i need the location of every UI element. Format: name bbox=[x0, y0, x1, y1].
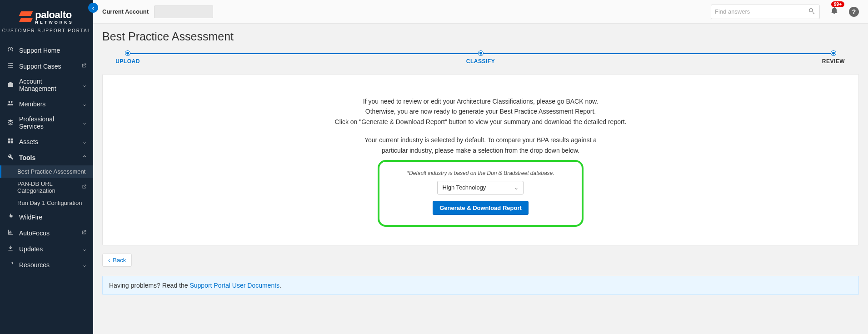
content: Best Practice Assessment UPLOAD CLASSIFY… bbox=[93, 24, 868, 334]
step-dot-icon bbox=[125, 51, 130, 55]
page-title: Best Practice Assessment bbox=[102, 30, 859, 43]
sidebar-item-resources[interactable]: Resources ⌄ bbox=[0, 257, 93, 273]
step-label: REVIEW bbox=[808, 58, 859, 65]
sidebar-item-assets[interactable]: Assets ⌄ bbox=[0, 134, 93, 150]
chevron-down-icon: ⌄ bbox=[82, 82, 87, 88]
bell-icon bbox=[830, 7, 839, 17]
instruction-text: Your current industry is selected by def… bbox=[121, 135, 840, 145]
search-input[interactable] bbox=[715, 8, 805, 15]
dropdown-value: High Technology bbox=[442, 184, 486, 191]
users-icon bbox=[6, 100, 15, 108]
topbar: Current Account 99+ ? bbox=[93, 0, 868, 24]
info-link[interactable]: Support Portal User Documents bbox=[190, 282, 279, 289]
main: Current Account 99+ ? Best Practice Asse… bbox=[93, 0, 868, 334]
brand-sub: NETWORKS bbox=[35, 20, 74, 25]
tools-submenu: Best Practice Assessment PAN-DB URL Cate… bbox=[0, 165, 93, 209]
wrench-icon bbox=[6, 153, 15, 162]
external-link-icon bbox=[81, 229, 87, 237]
grid-icon bbox=[6, 137, 15, 146]
step-review[interactable]: REVIEW bbox=[808, 50, 859, 65]
step-label: CLASSIFY bbox=[455, 58, 506, 65]
info-prefix: Having problems? Read the bbox=[109, 282, 190, 289]
industry-note: *Default industry is based on the Dun & … bbox=[407, 170, 554, 176]
info-suffix: . bbox=[279, 282, 281, 289]
sidebar-item-wildfire[interactable]: WildFire bbox=[0, 209, 93, 225]
chevron-up-icon: ⌃ bbox=[82, 155, 87, 161]
chevron-down-icon: ⌄ bbox=[82, 101, 87, 107]
list-icon bbox=[6, 62, 15, 70]
sidebar-item-label: Updates bbox=[19, 245, 78, 253]
search-box[interactable] bbox=[711, 5, 820, 19]
sidebar-item-label: Assets bbox=[19, 138, 78, 145]
sidebar-item-tools[interactable]: Tools ⌃ bbox=[0, 150, 93, 165]
step-label: UPLOAD bbox=[102, 58, 153, 65]
question-icon: ? bbox=[852, 8, 856, 15]
sidebar-item-updates[interactable]: Updates ⌄ bbox=[0, 241, 93, 257]
stack-icon bbox=[6, 119, 15, 127]
sub-item-label: Best Practice Assessment bbox=[17, 168, 87, 175]
instruction-text: If you need to review or edit your Archi… bbox=[121, 96, 840, 106]
sidebar-item-label: WildFire bbox=[19, 214, 87, 221]
step-dot-icon bbox=[831, 51, 836, 55]
external-link-icon bbox=[81, 63, 87, 70]
stepper: UPLOAD CLASSIFY REVIEW bbox=[102, 50, 859, 70]
sub-item-label: Run Day 1 Configuration bbox=[17, 199, 87, 206]
industry-dropdown[interactable]: High Technology ⌄ bbox=[437, 181, 524, 194]
download-icon bbox=[6, 244, 15, 253]
account-selector[interactable] bbox=[154, 5, 213, 18]
instruction-text: Click on "Generate & Download Report" bu… bbox=[121, 117, 840, 127]
back-button-label: Back bbox=[113, 257, 126, 264]
sidebar-nav: Support Home Support Cases Account Manag… bbox=[0, 42, 93, 273]
sidebar-item-label: Tools bbox=[19, 154, 78, 161]
step-classify[interactable]: CLASSIFY bbox=[455, 50, 506, 65]
briefcase-icon bbox=[6, 81, 15, 90]
paloalto-mark-icon bbox=[20, 10, 32, 23]
current-account-label: Current Account bbox=[102, 8, 149, 15]
notifications-button[interactable]: 99+ bbox=[830, 6, 839, 17]
instruction-text: particular industry, please make a selec… bbox=[121, 145, 840, 155]
sidebar-item-professional-services[interactable]: Professional Services ⌄ bbox=[0, 112, 93, 134]
sub-item-day1[interactable]: Run Day 1 Configuration bbox=[0, 197, 93, 209]
generate-download-button[interactable]: Generate & Download Report bbox=[433, 201, 529, 215]
sub-item-label: PAN-DB URL Categorization bbox=[17, 180, 81, 194]
chevron-down-icon: ⌄ bbox=[82, 120, 87, 126]
sidebar-item-support-cases[interactable]: Support Cases bbox=[0, 58, 93, 74]
fire-icon bbox=[6, 213, 15, 221]
industry-highlight-box: *Default industry is based on the Dun & … bbox=[378, 160, 583, 227]
chevron-down-icon: ⌄ bbox=[514, 184, 519, 191]
sidebar-item-label: Resources bbox=[19, 261, 78, 269]
info-bar: Having problems? Read the Support Portal… bbox=[102, 276, 859, 295]
sidebar: ‹ paloalto NETWORKS CUSTOMER SUPPORT POR… bbox=[0, 0, 93, 334]
brand-logo: paloalto NETWORKS CUSTOMER SUPPORT PORTA… bbox=[0, 0, 93, 38]
sidebar-item-label: AutoFocus bbox=[19, 229, 76, 237]
sidebar-item-support-home[interactable]: Support Home bbox=[0, 42, 93, 58]
chevron-down-icon: ⌄ bbox=[82, 246, 87, 252]
sidebar-item-label: Members bbox=[19, 100, 78, 108]
search-icon[interactable] bbox=[808, 7, 816, 17]
step-dot-icon bbox=[479, 51, 483, 55]
sidebar-item-account-management[interactable]: Account Management ⌄ bbox=[0, 74, 93, 96]
sub-item-pandb[interactable]: PAN-DB URL Categorization bbox=[0, 178, 93, 197]
sidebar-item-autofocus[interactable]: AutoFocus bbox=[0, 225, 93, 241]
instruction-text: Otherwise, you are now ready to generate… bbox=[121, 106, 840, 116]
sidebar-item-label: Support Cases bbox=[19, 63, 76, 70]
step-upload[interactable]: UPLOAD bbox=[102, 50, 153, 65]
brand-name: paloalto bbox=[35, 9, 74, 21]
sidebar-item-members[interactable]: Members ⌄ bbox=[0, 96, 93, 112]
back-button[interactable]: ‹ Back bbox=[102, 254, 132, 267]
chevron-left-icon: ‹ bbox=[108, 257, 110, 264]
sub-item-bpa[interactable]: Best Practice Assessment bbox=[0, 165, 93, 178]
main-panel: If you need to review or edit your Archi… bbox=[102, 74, 859, 245]
portal-subtitle: CUSTOMER SUPPORT PORTAL bbox=[0, 28, 93, 33]
help-button[interactable]: ? bbox=[849, 7, 859, 17]
chevron-left-icon: ‹ bbox=[92, 5, 94, 11]
notification-count-badge: 99+ bbox=[831, 1, 844, 7]
sidebar-item-label: Account Management bbox=[19, 78, 78, 92]
sidebar-item-label: Support Home bbox=[19, 47, 87, 54]
gears-icon bbox=[6, 260, 15, 269]
sidebar-collapse-button[interactable]: ‹ bbox=[88, 3, 98, 13]
external-link-icon bbox=[81, 184, 87, 190]
sidebar-item-label: Professional Services bbox=[19, 115, 78, 130]
dashboard-icon bbox=[6, 46, 15, 55]
chevron-down-icon: ⌄ bbox=[82, 262, 87, 268]
